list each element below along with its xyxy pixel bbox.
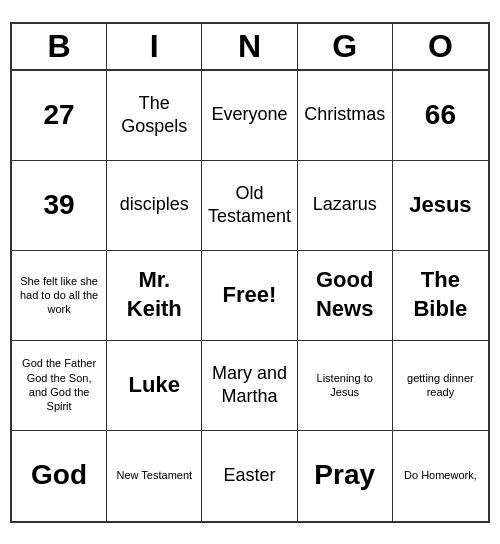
cell-text: 27 xyxy=(44,97,75,133)
cell-text: 39 xyxy=(44,187,75,223)
cell-text: Old Testament xyxy=(206,182,292,229)
cell-text: Luke xyxy=(129,371,180,400)
bingo-cell: getting dinner ready xyxy=(393,341,488,431)
bingo-cell: Do Homework, xyxy=(393,431,488,521)
cell-text: Jesus xyxy=(409,191,471,220)
cell-text: getting dinner ready xyxy=(397,371,484,400)
cell-text: Good News xyxy=(302,266,388,323)
bingo-cell: God xyxy=(12,431,107,521)
bingo-cell: 66 xyxy=(393,71,488,161)
header-letter-i: I xyxy=(107,24,202,69)
bingo-cell: The Gospels xyxy=(107,71,202,161)
header-letter-b: B xyxy=(12,24,107,69)
bingo-cell: Mary and Martha xyxy=(202,341,297,431)
bingo-cell: God the Father God the Son, and God the … xyxy=(12,341,107,431)
bingo-cell: New Testament xyxy=(107,431,202,521)
cell-text: She felt like she had to do all the work xyxy=(16,274,102,317)
bingo-cell: Free! xyxy=(202,251,297,341)
bingo-cell: Lazarus xyxy=(298,161,393,251)
header-letter-n: N xyxy=(202,24,297,69)
cell-text: The Gospels xyxy=(111,92,197,139)
cell-text: Do Homework, xyxy=(404,468,477,482)
bingo-cell: She felt like she had to do all the work xyxy=(12,251,107,341)
bingo-cell: Everyone xyxy=(202,71,297,161)
cell-text: 66 xyxy=(425,97,456,133)
bingo-cell: Christmas xyxy=(298,71,393,161)
bingo-cell: Luke xyxy=(107,341,202,431)
cell-text: Pray xyxy=(314,457,375,493)
cell-text: God xyxy=(31,457,87,493)
cell-text: Listening to Jesus xyxy=(302,371,388,400)
bingo-cell: 39 xyxy=(12,161,107,251)
cell-text: Christmas xyxy=(304,103,385,126)
cell-text: disciples xyxy=(120,193,189,216)
cell-text: The Bible xyxy=(397,266,484,323)
bingo-cell: 27 xyxy=(12,71,107,161)
bingo-cell: The Bible xyxy=(393,251,488,341)
cell-text: Everyone xyxy=(211,103,287,126)
bingo-header: BINGO xyxy=(12,24,488,71)
cell-text: Lazarus xyxy=(313,193,377,216)
cell-text: Mr. Keith xyxy=(111,266,197,323)
bingo-card: BINGO 27The GospelsEveryoneChristmas6639… xyxy=(10,22,490,523)
cell-text: Easter xyxy=(223,464,275,487)
bingo-cell: Old Testament xyxy=(202,161,297,251)
bingo-cell: disciples xyxy=(107,161,202,251)
bingo-cell: Jesus xyxy=(393,161,488,251)
bingo-grid: 27The GospelsEveryoneChristmas6639discip… xyxy=(12,71,488,521)
header-letter-g: G xyxy=(298,24,393,69)
bingo-cell: Mr. Keith xyxy=(107,251,202,341)
bingo-cell: Easter xyxy=(202,431,297,521)
bingo-cell: Listening to Jesus xyxy=(298,341,393,431)
cell-text: Free! xyxy=(223,281,277,310)
cell-text: Mary and Martha xyxy=(206,362,292,409)
cell-text: God the Father God the Son, and God the … xyxy=(16,356,102,413)
bingo-cell: Good News xyxy=(298,251,393,341)
header-letter-o: O xyxy=(393,24,488,69)
cell-text: New Testament xyxy=(116,468,192,482)
bingo-cell: Pray xyxy=(298,431,393,521)
